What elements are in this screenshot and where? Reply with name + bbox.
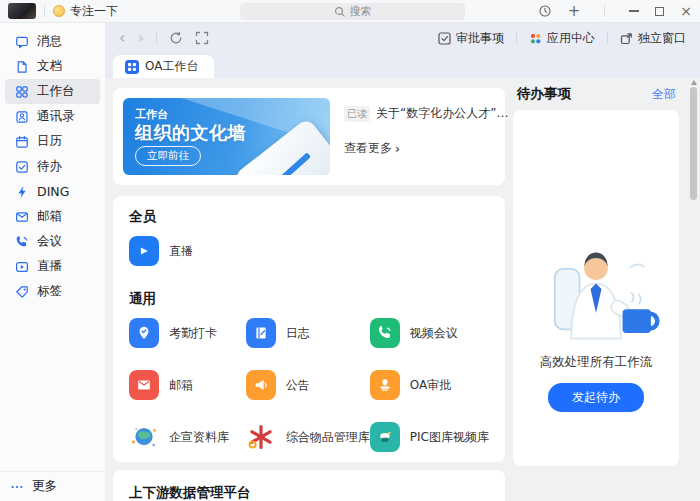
all-staff-grid: 直播 [129,236,489,266]
sidebar-label: 直播 [37,258,62,275]
journal-icon [246,318,276,348]
live-app-icon [129,236,159,266]
minimize-icon[interactable] [629,10,639,11]
approval-items-label: 审批事项 [456,30,504,47]
announcement-title[interactable]: 关于“数字化办公人才”认... [376,105,510,122]
fullscreen-icon[interactable] [195,31,209,45]
sidebar-item-ding[interactable]: DING [5,179,100,204]
sidebar-more-label: 更多 [32,478,57,495]
todo-empty-caption: 高效处理所有工作流 [540,354,653,371]
forward-icon[interactable]: › [137,30,143,46]
todo-panel: 待办事项 全部 [513,78,679,501]
tab-oa-workspace[interactable]: OA工作台 [113,55,214,78]
app-center-icon [529,32,542,45]
app-center-label: 应用中心 [547,30,595,47]
sidebar-item-meeting[interactable]: 会议 [5,229,100,254]
create-todo-button[interactable]: 发起待办 [548,383,644,412]
todo-all-link[interactable]: 全部 [652,86,676,103]
maximize-icon[interactable] [655,7,664,16]
refresh-icon[interactable] [169,31,183,45]
user-avatar[interactable] [8,3,36,19]
app-goods-management[interactable]: 综合物品管理库 [246,422,370,452]
app-window: 专注一下 搜索 + × 消息 [0,0,700,501]
globe-icon [129,422,159,452]
tab-bar: OA工作台 [105,53,700,78]
app-label: 视频会议 [410,325,458,342]
sidebar-label: 待办 [37,158,62,175]
sidebar-label: 工作台 [37,83,75,100]
view-more-link[interactable]: 查看更多 › [344,140,510,157]
app-pic-library[interactable]: PIC图库视频库 [370,422,489,452]
downstream-platform-card: 上下游数据管理平台 [113,470,505,501]
back-icon[interactable]: ‹ [119,30,125,46]
culture-wall-banner[interactable]: 工作台 组织的文化墙 立即前往 [123,98,330,175]
stamp-icon [370,370,400,400]
app-corp-library[interactable]: 企宣资料库 [129,422,246,452]
document-icon [15,60,29,74]
sidebar-label: DING [37,184,69,199]
banner-cta-button[interactable]: 立即前往 [135,146,201,166]
status-emoji-icon [53,5,65,17]
sidebar-item-messages[interactable]: 消息 [5,29,100,54]
app-attendance[interactable]: 考勤打卡 [129,318,246,348]
app-label: 考勤打卡 [169,325,217,342]
phone-meeting-icon [15,235,29,249]
new-window-icon[interactable]: + [568,4,581,19]
history-icon[interactable] [538,4,552,18]
sidebar-item-workbench[interactable]: 工作台 [5,79,100,104]
standalone-window-button[interactable]: 独立窗口 [620,30,686,47]
status-text[interactable]: 专注一下 [70,3,118,20]
app-mail[interactable]: 邮箱 [129,370,246,400]
oa-workspace-icon [125,60,139,74]
sidebar-item-contacts[interactable]: 通讯录 [5,104,100,129]
todo-empty-card: 高效处理所有工作流 发起待办 [513,110,679,466]
sidebar-item-docs[interactable]: 文档 [5,54,100,79]
close-icon[interactable]: × [680,4,692,18]
sidebar-item-calendar[interactable]: 日历 [5,129,100,154]
vertical-scrollbar[interactable] [689,78,698,501]
lightning-icon [15,185,29,199]
megaphone-icon [246,370,276,400]
standalone-window-label: 独立窗口 [638,30,686,47]
workspace-content: 工作台 组织的文化墙 立即前往 已读 关于“数字化办公人才”认... 查看更多 … [105,78,700,501]
sidebar-item-tags[interactable]: 标签 [5,279,100,304]
sidebar-label: 通讯录 [37,108,75,125]
app-journal[interactable]: 日志 [246,318,370,348]
pinwheel-icon [246,422,276,452]
main-area: ‹ › 审批事项 [105,23,700,501]
divider [44,5,45,17]
app-oa-approval[interactable]: OA审批 [370,370,489,400]
app-announcement[interactable]: 公告 [246,370,370,400]
scroll-up-arrow-icon[interactable] [691,80,697,85]
video-meeting-icon [370,318,400,348]
sidebar-label: 邮箱 [37,208,62,225]
general-grid: 考勤打卡 日志 [129,318,489,452]
app-video-meeting[interactable]: 视频会议 [370,318,489,348]
search-input[interactable]: 搜索 [240,3,465,20]
sidebar-item-todo[interactable]: 待办 [5,154,100,179]
sidebar-more-button[interactable]: 更多 [0,471,105,501]
attendance-pin-icon [129,318,159,348]
app-label: 日志 [286,325,310,342]
sidebar-label: 标签 [37,283,62,300]
app-label: PIC图库视频库 [410,429,489,446]
todo-icon [15,160,29,174]
titlebar: 专注一下 搜索 + × [0,0,700,23]
contacts-icon [15,110,29,124]
sidebar: 消息 文档 工作台 通讯录 [0,23,105,501]
app-label: 综合物品管理库 [286,429,370,446]
section-title-all-staff: 全员 [129,208,489,226]
chevron-right-icon: › [395,142,400,156]
announcement-block: 已读 关于“数字化办公人才”认... 查看更多 › [330,98,512,175]
section-title-general: 通用 [129,290,489,308]
apps-card: 全员 直播 通用 [113,196,505,462]
approval-items-button[interactable]: 审批事项 [438,30,504,47]
search-placeholder: 搜索 [350,4,372,19]
scrollbar-thumb[interactable] [690,87,697,200]
sidebar-item-live[interactable]: 直播 [5,254,100,279]
worker-illustration [526,236,666,344]
app-live[interactable]: 直播 [129,236,249,266]
sidebar-item-mail[interactable]: 邮箱 [5,204,100,229]
app-center-button[interactable]: 应用中心 [529,30,595,47]
app-label: 邮箱 [169,377,193,394]
